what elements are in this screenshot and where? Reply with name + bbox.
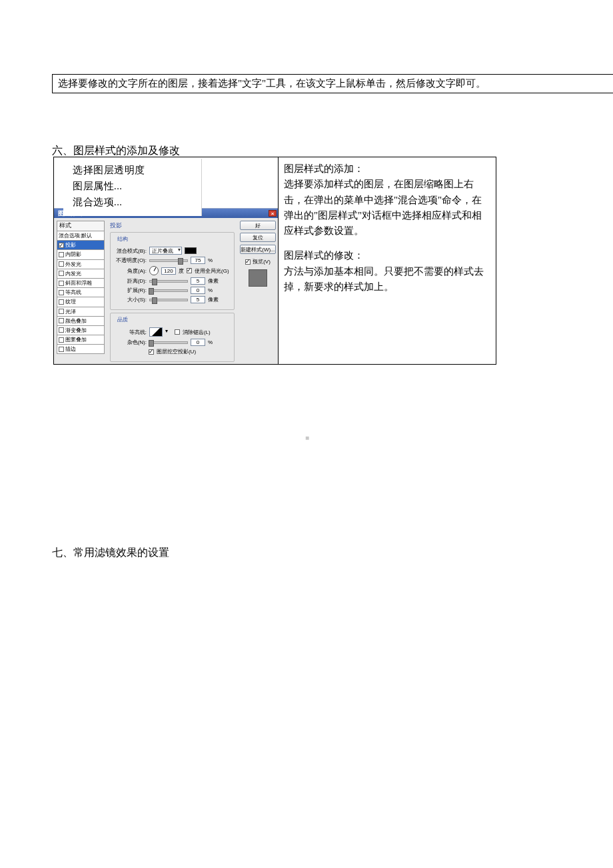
checkbox-icon[interactable] (59, 290, 64, 295)
antialias-checkbox[interactable] (175, 329, 180, 335)
checkbox-icon[interactable] (59, 252, 64, 257)
group-quality-legend: 品质 (116, 316, 129, 323)
close-icon[interactable]: × (269, 210, 277, 217)
opacity-input[interactable]: 75 (191, 257, 205, 264)
add-p1: 选择要添加样式的图层，在图层缩略图上右击，在弹出的菜单中选择"混合选项"命令，在… (284, 177, 490, 239)
explanation-cell: 图层样式的添加： 选择要添加样式的图层，在图层缩略图上右击，在弹出的菜单中选择"… (279, 157, 496, 364)
menu-item-blending-options[interactable]: 混合选项... (73, 195, 201, 211)
blend-mode-select[interactable]: 正片叠底 (149, 247, 182, 255)
row-opacity: 不透明度(O): 75 % (115, 257, 230, 264)
layer-style-table: 选择图层透明度 图层属性... 混合选项... 图层样式 × 样式 混合选项:默… (53, 157, 496, 365)
knockout-checkbox[interactable] (149, 349, 154, 355)
spread-label: 扩展(R): (115, 287, 147, 294)
opacity-slider[interactable] (149, 259, 188, 262)
distance-input[interactable]: 5 (191, 277, 205, 285)
styles-header: 样式 (57, 221, 105, 231)
checkbox-icon[interactable] (59, 337, 64, 343)
checkbox-icon[interactable] (59, 318, 64, 323)
checkbox-icon[interactable] (59, 347, 64, 352)
noise-unit: % (208, 339, 213, 345)
noise-slider[interactable] (149, 341, 188, 344)
checkbox-icon[interactable] (59, 261, 64, 267)
style-blend-default[interactable]: 混合选项:默认 (57, 231, 105, 241)
style-color-overlay[interactable]: 颜色叠加 (57, 317, 105, 326)
noise-input[interactable]: 0 (191, 339, 205, 346)
angle-dial[interactable] (149, 266, 159, 275)
spread-input[interactable]: 0 (191, 287, 205, 294)
checkbox-icon[interactable] (59, 271, 64, 276)
context-menu: 选择图层透明度 图层属性... 混合选项... (63, 159, 202, 216)
spread-unit: % (208, 287, 213, 293)
group-structure: 结构 混合模式(B): 正片叠底 不透明度(O): 75 % (110, 232, 235, 310)
contour-picker[interactable] (149, 327, 163, 337)
shadow-color-swatch[interactable] (185, 247, 197, 254)
distance-slider[interactable] (149, 280, 188, 283)
preview-checkbox[interactable] (245, 259, 251, 265)
styles-list: 样式 混合选项:默认 投影 内阴影 外发光 内发光 斜面和浮雕 等高线 纹理 光… (57, 221, 105, 362)
spread-slider[interactable] (149, 289, 188, 292)
preview-swatch (249, 269, 267, 287)
group-structure-legend: 结构 (116, 235, 129, 243)
mod-p1: 方法与添加基本相同。只要把不需要的样式去掉，新要求的样式加上。 (284, 264, 490, 295)
preview-label: 预览(V) (253, 258, 271, 265)
checkbox-icon[interactable] (59, 309, 64, 314)
new-style-button[interactable]: 新建样式(W)... (240, 245, 276, 254)
size-slider[interactable] (149, 299, 188, 301)
angle-label: 角度(A): (115, 267, 147, 275)
knockout-label: 图层挖空投影(U) (157, 348, 196, 355)
top-instruction-box: 选择要修改的文字所在的图层，接着选择"文字"工具，在该文字上鼠标单击，然后修改文… (52, 74, 613, 93)
section-7-title: 七、常用滤镜效果的设置 (52, 546, 169, 560)
preview-row: 预览(V) (240, 258, 276, 265)
style-pattern-overlay[interactable]: 图案叠加 (57, 335, 105, 345)
section-6-title: 六、图层样式的添加及修改 (52, 144, 180, 158)
style-drop-shadow[interactable]: 投影 (57, 241, 105, 250)
style-outer-glow[interactable]: 外发光 (57, 260, 105, 269)
global-light-label: 使用全局光(G) (195, 267, 229, 275)
distance-unit: 像素 (208, 277, 219, 285)
group-quality: 品质 等高线: 消除锯齿(L) 杂色(N): 0 % (110, 313, 235, 362)
size-label: 大小(S): (115, 296, 147, 303)
style-gradient-overlay[interactable]: 渐变叠加 (57, 326, 105, 335)
mod-title: 图层样式的修改： (284, 248, 490, 263)
angle-input[interactable]: 120 (161, 267, 176, 275)
center-section-title: 投影 (110, 222, 235, 230)
top-instruction-text: 选择要修改的文字所在的图层，接着选择"文字"工具，在该文字上鼠标单击，然后修改文… (58, 78, 486, 89)
size-unit: 像素 (208, 296, 219, 303)
checkbox-icon[interactable] (59, 281, 64, 286)
row-angle: 角度(A): 120 度 使用全局光(G) (115, 266, 230, 275)
style-stroke[interactable]: 描边 (57, 345, 105, 354)
row-size: 大小(S): 5 像素 (115, 296, 230, 303)
menu-item-select-transparency[interactable]: 选择图层透明度 (73, 163, 201, 179)
add-title: 图层样式的添加： (284, 161, 490, 177)
style-texture[interactable]: 纹理 (57, 297, 105, 307)
style-inner-glow[interactable]: 内发光 (57, 269, 105, 279)
ok-button[interactable]: 好 (240, 221, 276, 230)
row-knockout: 图层挖空投影(U) (115, 348, 230, 355)
row-noise: 杂色(N): 0 % (115, 339, 230, 346)
style-satin[interactable]: 光泽 (57, 307, 105, 317)
dialog-right-panel: 好 复位 新建样式(W)... 预览(V) (240, 221, 276, 362)
contour-label: 等高线: (115, 329, 147, 336)
checkbox-icon[interactable] (59, 243, 64, 248)
distance-label: 距离(D): (115, 277, 147, 285)
style-contour[interactable]: 等高线 (57, 288, 105, 297)
row-contour: 等高线: 消除锯齿(L) (115, 327, 230, 337)
blend-mode-label: 混合模式(B): (115, 247, 147, 255)
row-spread: 扩展(R): 0 % (115, 287, 230, 294)
reset-button[interactable]: 复位 (240, 233, 276, 242)
global-light-checkbox[interactable] (187, 268, 192, 273)
dialog-body: 样式 混合选项:默认 投影 内阴影 外发光 内发光 斜面和浮雕 等高线 纹理 光… (54, 218, 279, 364)
menu-item-layer-properties[interactable]: 图层属性... (73, 179, 201, 195)
size-input[interactable]: 5 (191, 296, 205, 303)
style-bevel-emboss[interactable]: 斜面和浮雕 (57, 279, 105, 288)
style-inner-shadow[interactable]: 内阴影 (57, 250, 105, 259)
checkbox-icon[interactable] (59, 327, 64, 333)
layer-style-dialog: 图层样式 × 样式 混合选项:默认 投影 内阴影 外发光 内发光 斜面和浮雕 等… (54, 208, 279, 364)
page-marker: ■ (305, 434, 309, 438)
checkbox-icon[interactable] (59, 299, 64, 305)
dialog-center-panel: 投影 结构 混合模式(B): 正片叠底 不透明度(O): 75 % (107, 221, 237, 362)
row-distance: 距离(D): 5 像素 (115, 277, 230, 285)
antialias-label: 消除锯齿(L) (183, 329, 211, 336)
opacity-label: 不透明度(O): (115, 257, 147, 264)
angle-unit: 度 (179, 267, 184, 275)
